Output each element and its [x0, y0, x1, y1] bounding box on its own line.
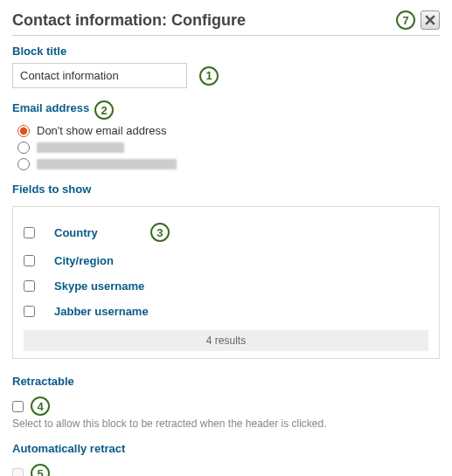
checkbox-jabber[interactable] [24, 306, 35, 317]
checkbox-skype[interactable] [24, 280, 35, 292]
fields-to-show-section: Fields to show Country 3 City/region Sky… [12, 183, 440, 359]
field-row-skype: Skype username [24, 279, 428, 293]
field-label[interactable]: City/region [54, 254, 114, 267]
annotation-2: 2 [94, 100, 114, 120]
field-row-jabber: Jabber username [24, 305, 428, 318]
checkbox-retractable[interactable] [12, 401, 24, 412]
checkbox-auto-retract [12, 468, 24, 477]
field-label[interactable]: Country [54, 226, 98, 239]
annotation-4: 4 [31, 397, 50, 416]
annotation-3: 3 [150, 223, 170, 242]
email-option-dont-show[interactable]: Don't show email address [17, 124, 440, 137]
block-title-label: Block title [12, 45, 66, 58]
radio-dont-show[interactable] [17, 125, 30, 137]
annotation-1: 1 [199, 66, 219, 86]
fields-to-show-label: Fields to show [12, 183, 91, 196]
email-option-redacted-1[interactable] [17, 141, 440, 154]
email-address-section: Email address 2 Don't show email address [12, 100, 440, 170]
radio-redacted-1[interactable] [17, 141, 30, 154]
redacted-text [37, 142, 124, 153]
field-label[interactable]: Jabber username [54, 305, 149, 318]
auto-retract-label: Automatically retract [12, 442, 125, 455]
block-title-section: Block title 1 [12, 45, 440, 88]
radio-redacted-2[interactable] [17, 158, 30, 170]
auto-retract-section: Automatically retract 5 Select to automa… [12, 442, 440, 476]
results-bar: 4 results [24, 330, 428, 351]
close-button[interactable] [421, 10, 440, 30]
retractable-label: Retractable [12, 375, 74, 388]
checkbox-city[interactable] [24, 255, 35, 266]
fields-box: Country 3 City/region Skype username Jab… [12, 206, 440, 359]
radio-label: Don't show email address [37, 124, 166, 137]
redacted-text [37, 159, 177, 169]
field-row-city: City/region [24, 254, 428, 267]
close-icon [425, 15, 435, 25]
dialog-header: Contact information: Configure 7 [12, 10, 440, 36]
annotation-5: 5 [31, 464, 50, 476]
email-address-label: Email address [12, 101, 89, 114]
field-label[interactable]: Skype username [54, 279, 144, 293]
field-row-country: Country 3 [24, 223, 428, 242]
dialog-title: Contact information: Configure [12, 11, 396, 30]
checkbox-country[interactable] [24, 227, 35, 238]
retractable-help: Select to allow this block to be retract… [12, 417, 440, 430]
retractable-section: Retractable 4 Select to allow this block… [12, 375, 440, 430]
annotation-7: 7 [396, 10, 415, 30]
email-option-redacted-2[interactable] [17, 158, 440, 170]
block-title-input[interactable] [12, 63, 187, 88]
